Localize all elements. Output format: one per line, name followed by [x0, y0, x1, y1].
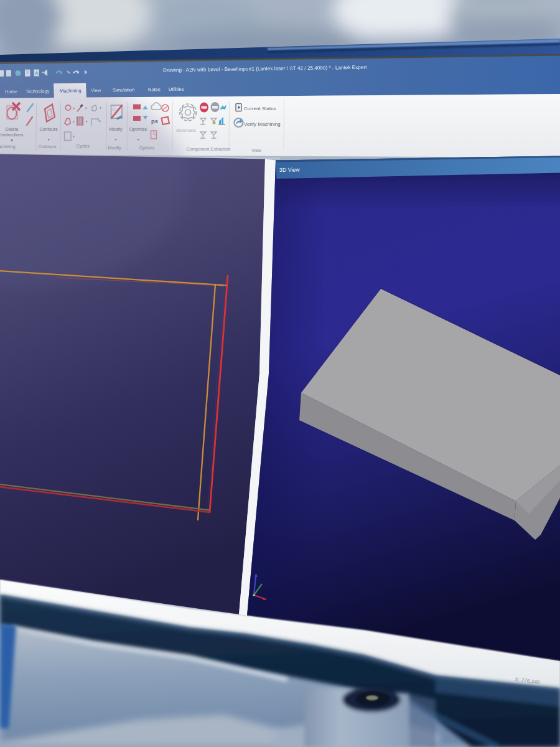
svg-text:View: View — [251, 148, 261, 153]
svg-text:Current Status: Current Status — [244, 106, 276, 111]
svg-text:STOP: STOP — [202, 108, 208, 110]
svg-text:Notes: Notes — [148, 87, 161, 92]
svg-text:3D View: 3D View — [279, 166, 300, 173]
svg-text:Utilities: Utilities — [169, 87, 184, 92]
svg-text:Component Extraction: Component Extraction — [186, 146, 230, 152]
svg-text:Automatic: Automatic — [176, 128, 196, 133]
svg-text:Simulation: Simulation — [113, 87, 135, 93]
svg-text:Verify Machining: Verify Machining — [244, 121, 281, 127]
